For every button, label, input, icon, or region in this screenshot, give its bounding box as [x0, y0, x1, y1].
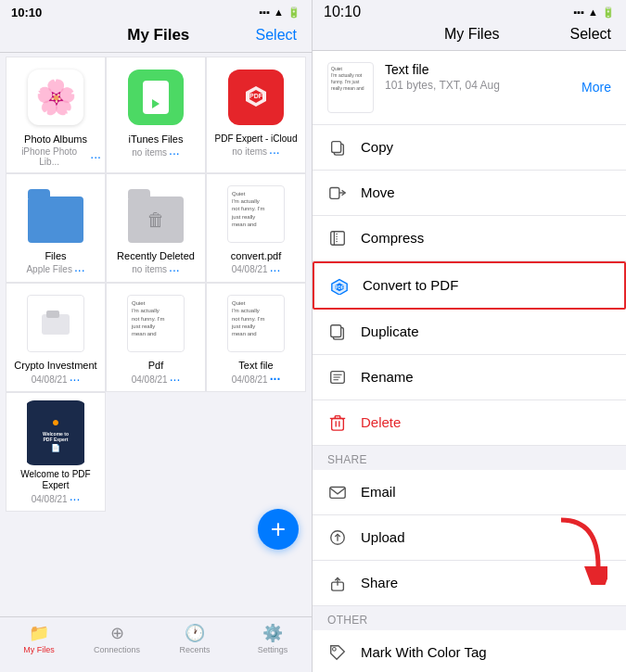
file-subtitle-crypto: 04/08/21 ··· — [32, 373, 81, 386]
move-icon — [327, 183, 348, 203]
menu-item-copy[interactable]: Copy — [313, 125, 626, 171]
share-section-header: SHARE — [313, 446, 626, 470]
delete-icon — [327, 412, 348, 433]
menu-item-rename[interactable]: Rename — [313, 355, 626, 400]
menu-item-compress[interactable]: Compress — [313, 216, 626, 261]
file-subtitle-welcome: 04/08/21 ··· — [32, 492, 81, 505]
text-file-icon: Quiet I'm actually not funny. I'm just r… — [224, 291, 288, 356]
menu-item-move[interactable]: Move — [313, 171, 626, 216]
upload-icon — [327, 527, 348, 548]
file-subtitle-pdf: 04/08/21 ··· — [132, 373, 181, 386]
convert-pdf-label: Convert to PDF — [363, 277, 609, 293]
tab-label-connections: Connections — [94, 645, 140, 654]
context-menu-list: Copy Move Compress — [313, 125, 626, 673]
other-section-header: OTHER — [313, 606, 626, 630]
fab-add-button[interactable]: + — [258, 509, 299, 550]
file-item-crypto[interactable]: Crypto Investment 04/08/21 ··· — [6, 283, 106, 392]
file-item-pdf-expert[interactable]: PDF PDF Expert - iCloud no items ··· — [206, 57, 306, 173]
file-item-files[interactable]: Files Apple Files ··· — [6, 173, 106, 283]
file-name-pdf: Pdf — [148, 360, 164, 372]
left-select-button[interactable]: Select — [256, 27, 297, 44]
menu-item-upload[interactable]: Upload — [313, 515, 626, 561]
left-nav-bar: My Files Select — [0, 22, 312, 52]
right-panel: 10:10 ▪▪▪ ▲ 🔋 My Files Select QuietI'm a… — [313, 0, 626, 672]
svg-text:PDF: PDF — [249, 93, 263, 99]
pdf-file-icon: Quiet I'm actually not funny. I'm just r… — [123, 291, 188, 356]
svg-text:PDF: PDF — [335, 285, 343, 289]
svg-rect-7 — [332, 141, 341, 152]
battery-icon: 🔋 — [287, 6, 300, 19]
file-subtitle-convert-pdf: 04/08/21 ··· — [232, 263, 281, 276]
menu-item-email[interactable]: Email — [313, 470, 626, 515]
left-panel: 10:10 ▪▪▪ ▲ 🔋 My Files Select 🌸 Photo Al… — [0, 0, 313, 672]
delete-label: Delete — [361, 414, 611, 430]
right-nav-bar: My Files Select — [313, 22, 626, 50]
file-item-welcome[interactable]: ● Welcome toPDF Expert 📄 Welcome to PDF … — [6, 392, 106, 512]
photo-albums-icon: 🌸 — [23, 65, 88, 130]
file-subtitle-files: Apple Files ··· — [26, 263, 84, 276]
tab-my-files[interactable]: 📁 My Files — [0, 623, 78, 668]
signal-icon: ▪▪▪ — [259, 6, 270, 18]
menu-item-share[interactable]: Share — [313, 561, 626, 606]
right-battery-icon: 🔋 — [602, 6, 615, 19]
right-status-icons: ▪▪▪ ▲ 🔋 — [573, 6, 615, 19]
file-name-convert-pdf: convert.pdf — [231, 250, 281, 262]
right-time: 10:10 — [324, 4, 361, 20]
file-subtitle-itunes: no items ··· — [132, 146, 179, 159]
copy-label: Copy — [361, 139, 611, 155]
file-name-files: Files — [45, 250, 66, 262]
compress-label: Compress — [361, 230, 611, 246]
file-item-recently-deleted[interactable]: 🗑 Recently Deleted no items ··· — [106, 173, 206, 283]
tab-settings[interactable]: ⚙️ Settings — [234, 623, 312, 668]
more-button[interactable]: More — [581, 80, 611, 95]
left-time: 10:10 — [11, 6, 42, 19]
file-item-pdf[interactable]: Quiet I'm actually not funny. I'm just r… — [106, 283, 206, 392]
connections-tab-icon: ⊕ — [110, 623, 124, 643]
file-info-meta: 101 bytes, TXT, 04 Aug — [385, 79, 570, 92]
left-title: My Files — [127, 26, 189, 44]
duplicate-label: Duplicate — [361, 323, 611, 339]
file-name-crypto: Crypto Investment — [14, 360, 96, 372]
my-files-tab-icon: 📁 — [29, 623, 49, 643]
right-select-button[interactable]: Select — [570, 26, 611, 43]
email-label: Email — [361, 484, 611, 500]
files-folder-icon — [23, 182, 88, 247]
menu-item-delete[interactable]: Delete — [313, 400, 626, 446]
svg-rect-17 — [331, 324, 341, 336]
file-item-photo-albums[interactable]: 🌸 Photo Albums iPhone Photo Lib... ··· — [6, 57, 106, 173]
pdf-expert-icon: PDF — [224, 65, 288, 130]
email-icon — [327, 482, 348, 502]
color-tag-label: Mark With Color Tag — [361, 644, 611, 660]
share-icon — [327, 573, 348, 593]
upload-label: Upload — [361, 529, 611, 545]
menu-item-convert-pdf[interactable]: PDF Convert to PDF — [313, 261, 626, 310]
copy-icon — [327, 137, 348, 158]
convert-pdf-icon: Quiet I'm actually not funny. I'm just r… — [224, 182, 288, 247]
share-label: Share — [361, 575, 611, 590]
compress-icon — [327, 228, 348, 248]
itunes-icon — [123, 65, 188, 130]
crypto-icon — [23, 291, 88, 356]
tab-recents[interactable]: 🕐 Recents — [156, 623, 234, 668]
svg-rect-10 — [331, 231, 345, 245]
menu-item-color-tag[interactable]: Mark With Color Tag — [313, 630, 626, 673]
file-subtitle-text-file: 04/08/21 ··· — [232, 373, 281, 386]
file-name-welcome: Welcome to PDF Expert — [10, 469, 101, 491]
file-name-recently-deleted: Recently Deleted — [117, 250, 195, 262]
file-item-convert-pdf[interactable]: Quiet I'm actually not funny. I'm just r… — [206, 173, 306, 283]
tab-connections[interactable]: ⊕ Connections — [78, 623, 156, 668]
svg-rect-4 — [46, 311, 59, 318]
file-item-text-file[interactable]: Quiet I'm actually not funny. I'm just r… — [206, 283, 306, 392]
file-info-text: Text file 101 bytes, TXT, 04 Aug — [385, 62, 570, 92]
welcome-icon: ● Welcome toPDF Expert 📄 — [23, 400, 88, 465]
menu-item-duplicate[interactable]: Duplicate — [313, 310, 626, 355]
settings-tab-icon: ⚙️ — [262, 623, 283, 643]
file-name-text-file: Text file — [238, 360, 273, 372]
file-item-itunes[interactable]: iTunes Files no items ··· — [106, 57, 206, 173]
file-subtitle-pdf-expert: no items ··· — [232, 146, 279, 158]
file-name-photo-albums: Photo Albums — [24, 133, 87, 146]
right-signal-icon: ▪▪▪ — [573, 6, 584, 18]
left-status-bar: 10:10 ▪▪▪ ▲ 🔋 — [0, 0, 312, 22]
file-info-card: QuietI'm actually not funny. I'm just re… — [313, 51, 626, 125]
tab-label-recents: Recents — [179, 645, 210, 654]
